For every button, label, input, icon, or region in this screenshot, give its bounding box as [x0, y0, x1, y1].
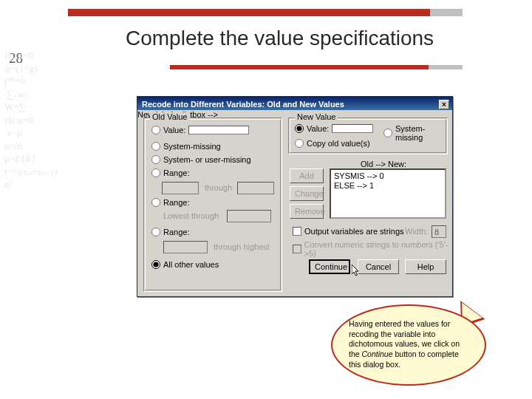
- remove-button[interactable]: Remove: [290, 204, 324, 219]
- new-value-radio[interactable]: Value:: [295, 124, 373, 133]
- list-item[interactable]: ELSE --> 1: [334, 181, 442, 191]
- decor-gray-bar-bottom: [429, 65, 463, 69]
- continue-button[interactable]: Continue: [309, 259, 350, 274]
- dialog-title: Recode into Different Variables: Old and…: [142, 100, 344, 109]
- output-strings-checkbox[interactable]: Output variables are strings: [293, 227, 404, 236]
- output-strings-label: Output variables are strings: [304, 227, 404, 236]
- new-copyold-label: Copy old value(s): [307, 139, 370, 148]
- new-copyold-radio[interactable]: Copy old value(s): [295, 139, 370, 148]
- callout: Having entered the values for recoding t…: [331, 304, 486, 386]
- width-input[interactable]: [432, 225, 446, 238]
- width-label: Width:: [405, 227, 428, 236]
- convert-numeric-label: Convert numeric strings to numbers ('5'-…: [304, 240, 453, 258]
- callout-body: Having entered the values for recoding t…: [331, 304, 486, 386]
- old-allother-label: All other values: [163, 260, 219, 269]
- list-item[interactable]: SYSMIS --> 0: [334, 171, 442, 181]
- old-new-listbox[interactable]: SYSMIS --> 0 ELSE --> 1: [330, 168, 446, 219]
- convert-numeric-checkbox[interactable]: Convert numeric strings to numbers ('5'-…: [293, 240, 452, 258]
- range-from-input[interactable]: [162, 182, 199, 194]
- new-value-group: New Value Value: System-missing Copy old…: [288, 117, 448, 154]
- new-sysmis-radio[interactable]: System-missing: [383, 124, 447, 142]
- cancel-button[interactable]: Cancel: [358, 259, 399, 274]
- old-value-input[interactable]: [188, 126, 249, 134]
- old-value-label: Value:: [163, 126, 185, 134]
- callout-emphasis: Continue: [362, 349, 393, 358]
- checkbox-icon: [293, 227, 301, 236]
- help-button[interactable]: Help: [405, 259, 446, 274]
- old-value-radio[interactable]: Value:: [151, 126, 249, 134]
- page-number: 28: [9, 50, 23, 66]
- through-label: through: [205, 183, 232, 192]
- old-value-group-label: Old Value: [150, 112, 190, 121]
- dialog-titlebar[interactable]: Recode into Different Variables: Old and…: [137, 97, 452, 110]
- cursor-icon: [352, 265, 361, 278]
- old-range2-label: Range:: [163, 198, 189, 207]
- decor-red-bar-bottom: [170, 65, 429, 69]
- new-value-input[interactable]: [332, 124, 373, 133]
- recode-dialog: Recode into Different Variables: Old and…: [137, 96, 453, 297]
- background-formulas: H₁:μ<0 ψ=(1−g) ∫ᵃᵇ=6 ·∑ᵢ wᵢ W=∑ H₀:μ=0 x…: [0, 44, 96, 296]
- old-range3-label: Range:: [163, 228, 189, 236]
- page-title: Complete the value specifications: [126, 27, 434, 50]
- old-range-label: Range:: [163, 168, 189, 177]
- old-range-lowest-radio[interactable]: Range:: [151, 198, 189, 207]
- old-sysuser-label: System- or user-missing: [163, 155, 251, 164]
- checkbox-icon: [293, 245, 301, 253]
- lowest-through-label: Lowest through: [163, 211, 219, 220]
- close-button[interactable]: ×: [439, 100, 449, 109]
- change-button[interactable]: Change: [290, 186, 324, 201]
- old-new-label: Old --> New:: [361, 160, 406, 168]
- old-sysmis-radio[interactable]: System-missing: [151, 142, 221, 151]
- new-sysmis-label: System-missing: [395, 124, 447, 142]
- decor-red-bar-top: [68, 9, 430, 16]
- old-range-radio[interactable]: Range:: [151, 168, 189, 177]
- new-value-label: Value:: [307, 124, 329, 133]
- new-value-group-label: New Value: [295, 112, 338, 121]
- old-sysmis-label: System-missing: [163, 142, 221, 151]
- decor-gray-bar-top: [430, 9, 463, 16]
- range-to-input[interactable]: [237, 182, 274, 194]
- old-range-highest-radio[interactable]: Range:: [151, 228, 189, 236]
- add-button[interactable]: Add: [290, 168, 324, 183]
- old-sysuser-radio[interactable]: System- or user-missing: [151, 155, 251, 164]
- range-lowest-input[interactable]: [227, 210, 271, 222]
- old-value-group: Old Value Value: System-missing System- …: [143, 117, 282, 292]
- range-highest-input[interactable]: [163, 241, 208, 253]
- old-allother-radio[interactable]: All other values: [151, 260, 219, 269]
- through-highest-label: through highest: [214, 242, 270, 251]
